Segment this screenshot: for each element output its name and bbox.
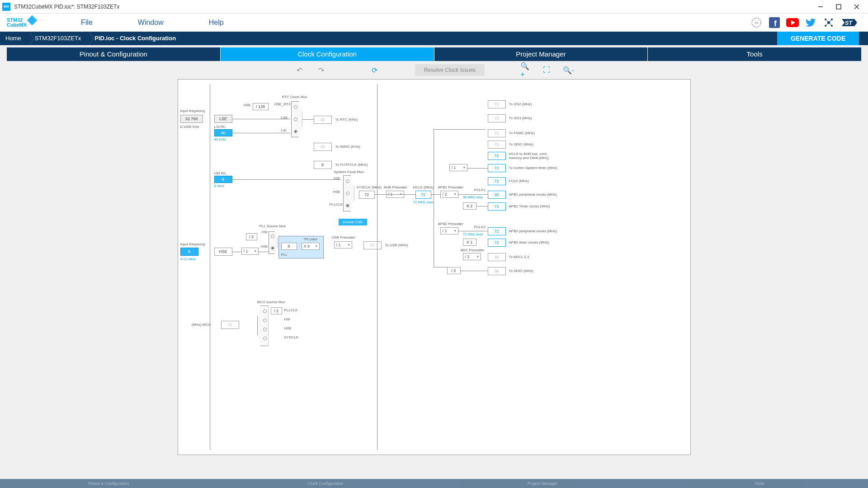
rtc-mux-lse-radio[interactable] <box>294 117 297 121</box>
main-tabs: Pinout & Configuration Clock Configurati… <box>7 47 861 61</box>
apb2-tim-value: 72 <box>488 239 506 247</box>
fsmc-value: 72 <box>488 129 506 137</box>
zoom-out-icon[interactable]: 🔍- <box>564 66 572 74</box>
adc-prescaler[interactable]: / 2▾ <box>463 253 481 260</box>
sysmux-title: System Clock Mux <box>334 170 364 174</box>
sysmux-hse-radio[interactable] <box>346 192 349 195</box>
usb-out-value: 72 <box>363 241 382 249</box>
pll-block: *PLLMul 8 X 9▾ PLL <box>278 236 324 258</box>
sdio2-value: 36 <box>488 267 506 275</box>
pll-source-mux[interactable] <box>269 231 278 254</box>
apb1-label: APB1 Prescaler <box>438 185 463 189</box>
apb1-prescaler[interactable]: / 2▾ <box>440 191 458 198</box>
hse-range: 4-16 MHz <box>180 257 196 261</box>
window-titlebar: MX STM32CubeMX PID.ioc*: STM32F103ZETx <box>0 0 868 14</box>
hse-input-freq-label: Input frequency <box>180 242 205 246</box>
generate-code-button[interactable]: GENERATE CODE <box>777 32 859 45</box>
tab-project[interactable]: Project Manager <box>434 47 648 61</box>
apb1-tim-label: APB1 Timer clocks (MHz) <box>509 204 550 208</box>
adc-label: ADC Prescaler <box>461 248 485 252</box>
redo-icon[interactable]: ↷ <box>317 66 326 74</box>
menubar: STM32CubeMX File Window Help 10 f ST <box>0 14 868 32</box>
close-button[interactable] <box>848 0 866 13</box>
sysclk-value[interactable]: 72 <box>359 191 375 199</box>
pllmux-hsi-radio[interactable] <box>271 235 274 238</box>
cube-icon <box>27 15 38 26</box>
menu-file[interactable]: File <box>81 19 93 27</box>
bottom-shadow-tabs: Pinout & Configuration Clock Configurati… <box>0 479 868 488</box>
maximize-button[interactable] <box>830 0 848 13</box>
svg-line-15 <box>826 19 829 23</box>
lse-range: 0-1000 KHz <box>180 125 199 129</box>
sysmux-hsi-radio[interactable] <box>346 179 349 183</box>
pllmux-hse-radio[interactable] <box>271 246 274 250</box>
breadcrumb-page[interactable]: PID.ioc - Clock Configuration <box>89 32 184 45</box>
fit-icon[interactable]: ⛶ <box>542 66 551 74</box>
tab-clock[interactable]: Clock Configuration <box>221 47 434 61</box>
rtc-mux-lsi-radio[interactable] <box>294 130 297 133</box>
tab-tools[interactable]: Tools <box>648 47 861 61</box>
apb2-label: APB2 Prescaler <box>438 222 463 226</box>
pllmux-div2: / 2 <box>246 233 257 240</box>
mco-div2: / 2 <box>271 307 282 314</box>
svg-line-18 <box>829 23 832 26</box>
hsi-label: HSI RC <box>214 171 226 175</box>
hse-div-dropdown[interactable]: / 1▾ <box>241 248 259 255</box>
minimize-button[interactable] <box>811 0 830 13</box>
menu-window[interactable]: Window <box>138 19 164 27</box>
hclk-label: HCLK (MHz) <box>413 185 434 189</box>
breadcrumb-home[interactable]: Home <box>0 32 29 45</box>
tab-pinout[interactable]: Pinout & Configuration <box>7 47 221 61</box>
mco-out-label: (MHz) MCO <box>192 323 211 327</box>
usb-prescaler[interactable]: / 1▾ <box>334 241 352 249</box>
app-icon: MX <box>2 3 10 11</box>
lse-input-freq-label: Input frequency <box>180 109 205 113</box>
clock-toolbar: ↶ ↷ ⟳ Resolve Clock Issues 🔍+ ⛶ 🔍- <box>0 61 868 79</box>
undo-icon[interactable]: ↶ <box>296 66 304 74</box>
i2s3-value: 72 <box>488 114 506 122</box>
usb-label: USB Prescaler <box>332 235 355 239</box>
hclk-ahb-value: 72 <box>488 152 506 160</box>
hse-input-value[interactable]: 8 <box>180 248 198 256</box>
hclk-max: 72 MHz max <box>413 200 434 204</box>
svg-text:10: 10 <box>755 21 758 24</box>
hsi-value: 8 <box>214 176 232 183</box>
zoom-in-icon[interactable]: 🔍+ <box>521 66 529 74</box>
anniversary-icon[interactable]: 10 <box>750 16 763 29</box>
lse-input-value[interactable]: 32.768 <box>180 115 203 123</box>
iwdg-value: 40 <box>314 143 332 151</box>
rtc-div128: / 128 <box>253 103 269 110</box>
breadcrumb: Home STM32F103ZETx PID.ioc - Clock Confi… <box>0 32 868 45</box>
pll-mul-dropdown[interactable]: X 9▾ <box>302 243 320 250</box>
hse-block: HSE <box>214 248 232 256</box>
apb2-tim-mul: X 1 <box>463 239 476 246</box>
rtc-mux-hse-radio[interactable] <box>294 105 297 109</box>
clock-diagram[interactable]: Input frequency 32.768 0-1000 KHz LSE LS… <box>178 79 691 455</box>
enable-css-button[interactable]: Enable CSS <box>339 219 368 225</box>
sdio-value: 72 <box>488 141 506 149</box>
lse-block: LSE <box>214 115 232 123</box>
mco-out-value: 72 <box>221 321 239 329</box>
twitter-icon[interactable] <box>804 16 817 29</box>
adc-out-label: To ADC1,2,3 <box>509 255 529 259</box>
sysmux-pllclk-radio[interactable] <box>346 204 349 207</box>
community-icon[interactable] <box>822 16 835 29</box>
facebook-icon[interactable]: f <box>768 16 781 29</box>
menu-help[interactable]: Help <box>209 19 224 27</box>
refresh-icon[interactable]: ⟳ <box>371 66 379 74</box>
cortex-div[interactable]: / 1▾ <box>449 164 467 171</box>
resolve-clock-button[interactable]: Resolve Clock Issues <box>415 64 485 76</box>
mco-mux[interactable] <box>257 305 269 346</box>
youtube-icon[interactable] <box>786 16 799 29</box>
i2s2-value: 72 <box>488 100 506 108</box>
hclk-value[interactable]: 72 <box>415 191 431 199</box>
breadcrumb-device[interactable]: STM32F103ZETx <box>29 32 90 45</box>
sdio2-div: / 2 <box>447 267 461 274</box>
sys-clock-mux[interactable] <box>343 175 354 211</box>
apb1-periph-value: 36 <box>488 191 506 199</box>
svg-rect-1 <box>836 5 841 9</box>
svg-line-17 <box>826 23 829 26</box>
rtc-mux[interactable] <box>291 101 302 137</box>
apb2-prescaler[interactable]: / 1▾ <box>440 227 458 235</box>
st-logo-icon[interactable]: ST <box>840 16 859 29</box>
